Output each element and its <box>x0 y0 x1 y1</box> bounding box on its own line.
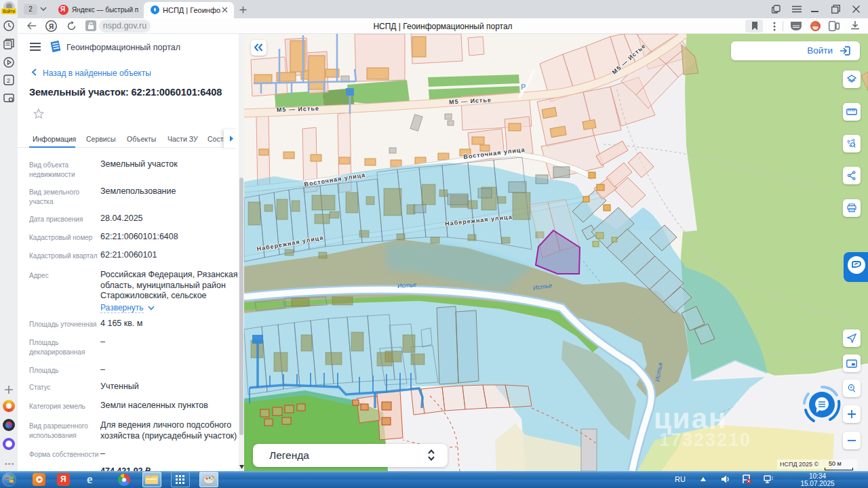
svg-text:2: 2 <box>7 77 10 84</box>
